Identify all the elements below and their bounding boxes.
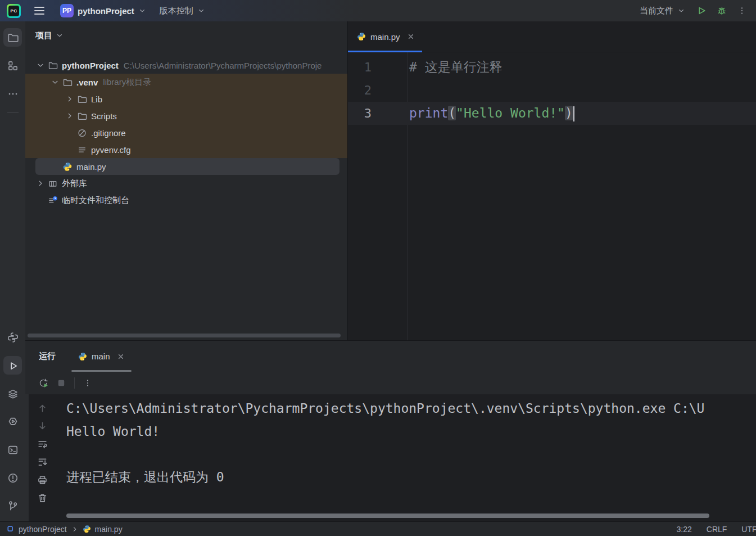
vcs-widget[interactable]: 版本控制	[155, 2, 210, 19]
tree-item-label: pyvenv.cfg	[91, 145, 131, 155]
pycharm-logo-icon[interactable]: PC	[7, 4, 21, 18]
ignored-icon	[77, 128, 87, 138]
tree-item-.gitignore[interactable]: .gitignore	[25, 124, 347, 141]
console-line: C:\Users\Administrator\PycharmProjects\p…	[66, 397, 756, 420]
services-icon	[7, 416, 19, 427]
encoding-widget[interactable]: UTF-8	[741, 525, 756, 534]
run-toolbar	[25, 372, 756, 394]
tool-window-stripe	[0, 21, 26, 522]
stop-button[interactable]	[57, 379, 66, 388]
tree-item-pythonProject[interactable]: pythonProjectC:\Users\Administrator\Pych…	[25, 57, 347, 74]
debug-button[interactable]	[713, 2, 730, 19]
terminal-icon	[7, 444, 19, 456]
caret-position-widget[interactable]: 3:22	[677, 525, 692, 534]
git-branch-icon	[7, 501, 19, 512]
run-tool-window: 运行 main C:\Users\Administrator\PycharmPr…	[25, 340, 756, 522]
tree-item-hint: library根目录	[103, 77, 151, 88]
editor-line-1[interactable]: 1# 这是单行注释	[348, 56, 756, 79]
editor-tab-bar: main.py	[348, 21, 756, 52]
chevron-down-icon	[138, 7, 146, 15]
stripe-button-python-packages[interactable]	[3, 328, 22, 346]
python-console-icon	[7, 388, 19, 399]
project-widget[interactable]: PP pythonProject	[56, 2, 151, 19]
chevron-spacer	[64, 145, 76, 154]
tree-item-临时文件和控制台[interactable]: 临时文件和控制台	[25, 192, 347, 209]
clear-all-icon[interactable]	[37, 493, 48, 503]
text-caret	[573, 106, 574, 121]
close-tab-icon[interactable]	[117, 353, 125, 361]
main-menu-button[interactable]	[31, 2, 48, 19]
scroll-up-icon[interactable]	[37, 403, 48, 413]
tree-item-pyvenv.cfg[interactable]: pyvenv.cfg	[25, 141, 347, 158]
tree-item-label: main.py	[76, 162, 106, 172]
tree-item-hint: C:\Users\Administrator\PycharmProjects\p…	[124, 61, 322, 70]
tree-item-外部库[interactable]: 外部库	[25, 175, 347, 192]
breadcrumb-file[interactable]: main.py	[95, 525, 123, 534]
tree-item-main.py[interactable]: main.py	[35, 158, 339, 175]
console-horizontal-scrollbar[interactable]	[66, 514, 709, 518]
chevron-right-icon[interactable]	[34, 179, 47, 188]
stripe-button-project-folder[interactable]	[3, 28, 22, 47]
run-panel-title: 运行	[39, 351, 56, 362]
stripe-button-services[interactable]	[3, 412, 22, 431]
chevron-right-icon[interactable]	[64, 111, 76, 120]
run-panel-header: 运行 main	[25, 341, 756, 372]
tree-item-Scripts[interactable]: Scripts	[25, 107, 347, 124]
python-file-icon	[78, 352, 87, 361]
line-number: 2	[348, 83, 372, 97]
editor-line-2[interactable]: 2	[348, 79, 756, 102]
python-file-icon	[357, 32, 366, 41]
library-icon	[48, 179, 58, 188]
run-play-icon	[7, 360, 19, 371]
run-console[interactable]: C:\Users\Administrator\PycharmProjects\p…	[25, 394, 756, 522]
more-icon	[7, 88, 19, 100]
project-badge: PP	[60, 4, 74, 17]
project-panel-header[interactable]: 项目	[25, 21, 347, 49]
stripe-button-terminal[interactable]	[3, 440, 22, 459]
stripe-button-structure[interactable]	[3, 56, 22, 75]
tree-item-Lib[interactable]: Lib	[25, 91, 347, 107]
run-button[interactable]	[693, 2, 710, 19]
console-output: C:\Users\Administrator\PycharmProjects\p…	[66, 394, 756, 522]
project-horizontal-scrollbar[interactable]	[28, 334, 341, 337]
tree-item-.venv[interactable]: .venvlibrary根目录	[25, 74, 347, 91]
scroll-to-end-icon[interactable]	[37, 457, 48, 467]
stripe-button-python-console[interactable]	[3, 384, 22, 403]
rerun-button[interactable]	[38, 378, 48, 388]
close-tab-icon[interactable]	[407, 33, 415, 40]
chevron-down-icon[interactable]	[49, 78, 61, 87]
stripe-button-problems[interactable]	[3, 469, 22, 487]
print-icon[interactable]	[37, 475, 48, 485]
editor-line-3[interactable]: 3print("Hello World!")	[348, 102, 756, 125]
chevron-right-icon[interactable]	[64, 94, 76, 103]
more-options-icon[interactable]	[83, 379, 92, 388]
chevron-down-icon	[197, 7, 205, 15]
tree-item-label: .venv	[76, 78, 98, 87]
chevron-right-icon	[71, 525, 79, 533]
folder-icon	[77, 94, 87, 104]
line-separator-widget[interactable]: CRLF	[707, 525, 727, 534]
editor-tab-main-py[interactable]: main.py	[348, 21, 422, 52]
code-editor[interactable]: 1# 这是单行注释23print("Hello World!")	[348, 52, 756, 125]
status-breadcrumb[interactable]: pythonProject main.py	[0, 525, 123, 534]
run-configuration-selector[interactable]: 当前文件	[635, 2, 690, 19]
more-actions-button[interactable]	[734, 2, 750, 19]
soft-wrap-icon[interactable]	[37, 439, 48, 449]
run-configuration-label: 当前文件	[640, 6, 673, 16]
stripe-button-run-play[interactable]	[3, 356, 22, 375]
run-tab-main[interactable]: main	[71, 341, 132, 372]
scroll-down-icon[interactable]	[37, 421, 48, 431]
line-number: 3	[348, 106, 372, 120]
bug-icon	[717, 6, 727, 16]
stripe-button-more[interactable]	[3, 84, 22, 103]
stripe-button-git-branch[interactable]	[3, 497, 22, 515]
structure-icon	[7, 60, 19, 71]
chevron-spacer	[49, 162, 61, 171]
project-widget-name: pythonProject	[78, 6, 134, 16]
breadcrumb-project[interactable]: pythonProject	[19, 525, 67, 534]
project-folder-icon	[7, 32, 19, 43]
folder-icon	[48, 61, 58, 70]
editor-tab-title: main.py	[370, 32, 400, 42]
chevron-down-icon[interactable]	[34, 61, 47, 70]
chevron-down-icon	[56, 31, 64, 39]
